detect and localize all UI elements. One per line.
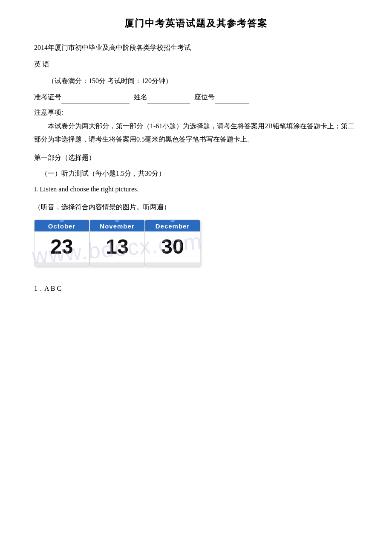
score-info: （试卷满分：150分 考试时间：120分钟）: [34, 75, 358, 87]
calendar-october-month: October: [48, 223, 76, 230]
calendar-december-header: December: [145, 220, 200, 231]
notice-body: 本试卷分为两大部分，第一部分（1-61小题）为选择题，请考生将答案用2B铅笔填涂…: [34, 120, 358, 146]
calendar-november: November 13: [89, 220, 145, 266]
calendars-row: October 23 November 13 December 30: [34, 220, 200, 271]
calendar-december: December 30: [145, 220, 200, 266]
calendar-october-header: October: [35, 220, 89, 231]
name-underline: [147, 91, 190, 104]
calendar-october-day: 23: [35, 231, 89, 263]
notice-block: 注意事项: 本试卷分为两大部分，第一部分（1-61小题）为选择题，请考生将答案用…: [34, 108, 358, 146]
calendars-container: www.bdocx.com October 23 November 13 Dec…: [34, 220, 200, 278]
calendar-december-bottom: [145, 263, 200, 266]
calendar-pin-icon: [60, 220, 64, 222]
calendar-november-header: November: [90, 220, 144, 231]
calendar-pin-icon-3: [170, 220, 175, 222]
seat-label: 座位号: [194, 91, 215, 104]
notice-title: 注意事项:: [34, 108, 358, 117]
answer-line: 1．A B C: [34, 284, 358, 293]
sub-section-title: （一）听力测试（每小题1.5分，共30分）: [34, 168, 358, 180]
id-label: 准考证号: [34, 91, 61, 104]
calendar-december-month: December: [156, 223, 190, 230]
part1-title: 第一部分（选择题）: [34, 152, 358, 164]
seat-underline: [215, 91, 249, 104]
calendar-october: October 23: [34, 220, 89, 266]
exam-fields: 准考证号 姓名 座位号: [34, 91, 358, 104]
name-label: 姓名: [134, 91, 147, 104]
subject: 英 语: [34, 58, 358, 71]
calendar-december-day: 30: [145, 231, 200, 263]
calendar-november-month: November: [100, 223, 134, 230]
calendar-october-bottom: [35, 263, 89, 266]
calendar-pin-icon-2: [115, 220, 119, 222]
listen-instruction-cn: （听音，选择符合内容情景的图片。听两遍）: [34, 201, 358, 214]
subtitle: 2014年厦门市初中毕业及高中阶段各类学校招生考试: [34, 42, 358, 54]
calendar-november-day: 13: [90, 231, 144, 263]
listen-instruction-en: I. Listen and choose the right pictures.: [34, 183, 358, 196]
id-underline: [61, 91, 130, 104]
calendar-november-bottom: [90, 263, 144, 266]
page-title: 厦门中考英语试题及其参考答案: [34, 17, 358, 30]
